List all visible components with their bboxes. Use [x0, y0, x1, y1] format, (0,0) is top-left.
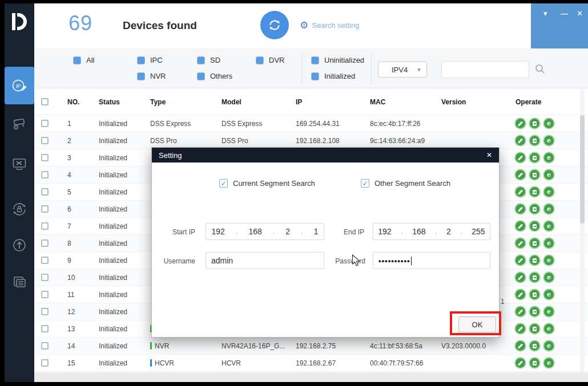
open-web-button[interactable]: e — [544, 221, 554, 231]
checkbox-uninitialized[interactable] — [311, 56, 319, 64]
details-button[interactable] — [530, 204, 539, 214]
open-web-button[interactable]: e — [544, 341, 554, 351]
edit-button[interactable] — [515, 341, 525, 351]
edit-button[interactable] — [515, 358, 525, 368]
open-web-button[interactable]: e — [544, 358, 554, 368]
start-ip-input[interactable]: 192. 168. 2. 1 — [206, 223, 324, 240]
filter-nvr[interactable]: NVR — [137, 72, 166, 80]
row-checkbox[interactable] — [41, 154, 49, 161]
filter-dvr[interactable]: DVR — [256, 56, 284, 64]
other-segment-checkbox-label[interactable]: ✓ Other Segment Search — [361, 179, 450, 188]
current-segment-checkbox[interactable]: ✓ — [219, 179, 228, 188]
search-input[interactable] — [441, 61, 529, 78]
search-setting-button[interactable]: ⚙ Search setting — [300, 21, 359, 30]
checkbox-nvr[interactable] — [137, 72, 145, 80]
sidebar-item-password-reset[interactable] — [5, 193, 34, 225]
row-checkbox[interactable] — [41, 257, 49, 264]
open-web-button[interactable]: e — [544, 307, 554, 316]
checkbox-dvr[interactable] — [256, 56, 264, 64]
details-button[interactable] — [530, 221, 539, 231]
details-button[interactable] — [530, 358, 539, 368]
row-checkbox[interactable] — [41, 120, 49, 127]
scrollbar-thumb[interactable] — [580, 115, 585, 224]
close-icon[interactable]: ✕ — [577, 9, 583, 18]
username-input[interactable]: admin — [206, 252, 324, 269]
details-button[interactable] — [530, 187, 539, 197]
filter-uninitialized[interactable]: Uninitialized — [311, 56, 364, 64]
ip-version-select[interactable]: IPV4 ▼ — [378, 62, 427, 78]
checkbox-others[interactable] — [197, 72, 205, 80]
row-checkbox[interactable] — [41, 342, 49, 350]
details-button[interactable] — [530, 290, 539, 299]
refresh-button[interactable] — [260, 11, 289, 39]
edit-button[interactable] — [515, 238, 525, 248]
open-web-button[interactable]: e — [544, 153, 554, 162]
dialog-close-icon[interactable]: ✕ — [486, 151, 492, 159]
edit-button[interactable] — [515, 119, 525, 128]
details-button[interactable] — [530, 170, 539, 180]
open-web-button[interactable]: e — [544, 170, 554, 180]
open-web-button[interactable]: e — [544, 324, 554, 334]
details-button[interactable] — [530, 324, 539, 334]
sidebar-item-modify-ip[interactable]: IP — [5, 67, 34, 104]
sidebar-item-upgrade[interactable] — [5, 229, 34, 261]
other-segment-checkbox[interactable]: ✓ — [361, 179, 369, 188]
details-button[interactable] — [530, 307, 539, 316]
filter-all[interactable]: All — [73, 56, 94, 64]
edit-button[interactable] — [515, 255, 525, 265]
edit-button[interactable] — [515, 324, 525, 334]
details-button[interactable] — [530, 341, 539, 351]
edit-button[interactable] — [515, 153, 525, 162]
row-checkbox[interactable] — [41, 137, 49, 144]
minimize-icon[interactable]: — — [561, 9, 568, 18]
checkbox-ipc[interactable] — [137, 56, 145, 64]
open-web-button[interactable]: e — [544, 119, 554, 128]
checkbox-sd[interactable] — [197, 56, 205, 64]
password-input[interactable]: •••••••••• — [373, 252, 490, 269]
details-button[interactable] — [530, 119, 539, 128]
end-ip-input[interactable]: 192. 168. 2. 255 — [373, 223, 490, 240]
open-web-button[interactable]: e — [544, 204, 554, 214]
row-checkbox[interactable] — [41, 359, 49, 367]
open-web-button[interactable]: e — [544, 136, 554, 145]
vertical-scrollbar[interactable] — [580, 89, 585, 372]
details-button[interactable] — [530, 238, 539, 248]
edit-button[interactable] — [515, 273, 525, 282]
checkbox-all[interactable] — [73, 56, 81, 64]
menu-icon[interactable]: ▾ — [543, 9, 547, 18]
edit-button[interactable] — [515, 221, 525, 231]
edit-button[interactable] — [515, 170, 525, 180]
details-button[interactable] — [530, 136, 539, 145]
edit-button[interactable] — [515, 136, 525, 145]
row-checkbox[interactable] — [41, 325, 49, 332]
filter-ipc[interactable]: IPC — [137, 56, 163, 64]
checkbox-initialized[interactable] — [311, 72, 319, 80]
sidebar-item-logs[interactable] — [5, 266, 34, 298]
open-web-button[interactable]: e — [544, 255, 554, 265]
edit-button[interactable] — [515, 187, 525, 197]
current-segment-checkbox-label[interactable]: ✓ Current Segment Search — [219, 179, 315, 188]
open-web-button[interactable]: e — [544, 290, 554, 299]
details-button[interactable] — [530, 153, 539, 162]
row-checkbox[interactable] — [41, 222, 49, 230]
sidebar-item-device-config[interactable] — [5, 108, 34, 140]
row-checkbox[interactable] — [41, 274, 49, 281]
edit-button[interactable] — [515, 290, 525, 299]
row-checkbox[interactable] — [41, 291, 49, 298]
filter-initialized[interactable]: Initialized — [311, 72, 355, 80]
details-button[interactable] — [530, 255, 539, 265]
open-web-button[interactable]: e — [544, 187, 554, 197]
edit-button[interactable] — [515, 204, 525, 214]
row-checkbox[interactable] — [41, 171, 49, 178]
open-web-button[interactable]: e — [544, 273, 554, 282]
row-checkbox[interactable] — [41, 188, 49, 196]
select-all-checkbox[interactable] — [41, 98, 49, 105]
open-web-button[interactable]: e — [544, 238, 554, 248]
row-checkbox[interactable] — [41, 205, 49, 213]
edit-button[interactable] — [515, 307, 525, 316]
filter-others[interactable]: Others — [197, 72, 232, 80]
sidebar-item-system-settings[interactable] — [5, 148, 34, 180]
details-button[interactable] — [530, 273, 539, 282]
row-checkbox[interactable] — [41, 308, 49, 315]
row-checkbox[interactable] — [41, 239, 49, 247]
